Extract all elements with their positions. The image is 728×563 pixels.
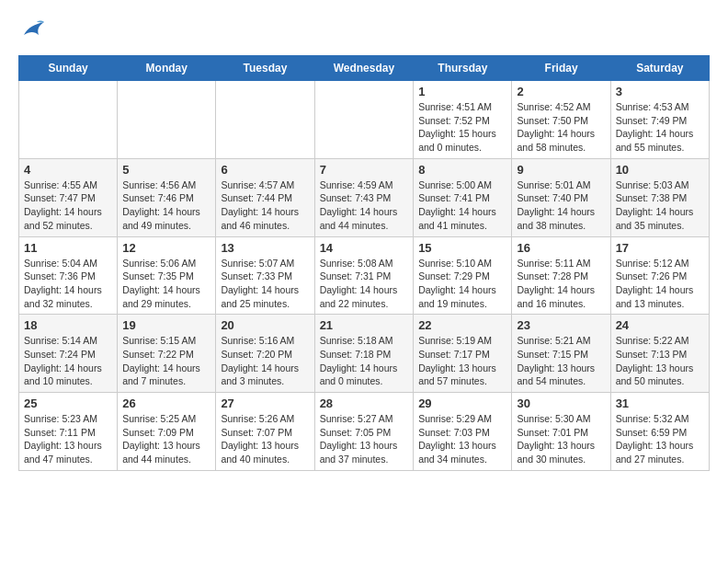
- calendar-day-cell: 9Sunrise: 5:01 AMSunset: 7:40 PMDaylight…: [512, 158, 610, 236]
- day-number: 30: [517, 396, 605, 410]
- header-day-tuesday: Tuesday: [216, 56, 314, 81]
- calendar-day-cell: 13Sunrise: 5:07 AMSunset: 7:33 PMDayligh…: [216, 236, 314, 315]
- calendar-day-cell: 27Sunrise: 5:26 AMSunset: 7:07 PMDayligh…: [216, 393, 314, 471]
- day-info: Sunrise: 4:56 AMSunset: 7:46 PMDaylight:…: [122, 178, 210, 233]
- day-info: Sunrise: 5:12 AMSunset: 7:26 PMDaylight:…: [616, 257, 704, 311]
- calendar-day-cell: 20Sunrise: 5:16 AMSunset: 7:20 PMDayligh…: [216, 315, 314, 393]
- day-number: 13: [221, 241, 309, 255]
- day-number: 19: [122, 318, 210, 332]
- calendar-day-cell: 26Sunrise: 5:25 AMSunset: 7:09 PMDayligh…: [118, 393, 216, 471]
- day-info: Sunrise: 5:03 AMSunset: 7:38 PMDaylight:…: [616, 178, 704, 233]
- calendar-day-cell: 3Sunrise: 4:53 AMSunset: 7:49 PMDaylight…: [610, 81, 709, 159]
- calendar-day-cell: 17Sunrise: 5:12 AMSunset: 7:26 PMDayligh…: [610, 236, 709, 315]
- calendar-day-cell: 10Sunrise: 5:03 AMSunset: 7:38 PMDayligh…: [610, 158, 709, 236]
- header-day-saturday: Saturday: [610, 56, 709, 81]
- day-number: 4: [24, 163, 112, 177]
- day-info: Sunrise: 5:10 AMSunset: 7:29 PMDaylight:…: [418, 257, 506, 311]
- day-info: Sunrise: 5:00 AMSunset: 7:41 PMDaylight:…: [418, 178, 506, 233]
- day-number: 9: [517, 163, 605, 177]
- day-info: Sunrise: 5:32 AMSunset: 6:59 PMDaylight:…: [616, 412, 704, 466]
- calendar-day-cell: 31Sunrise: 5:32 AMSunset: 6:59 PMDayligh…: [610, 393, 709, 471]
- calendar-day-cell: [314, 81, 414, 159]
- calendar-table: SundayMondayTuesdayWednesdayThursdayFrid…: [18, 55, 710, 471]
- logo: [18, 18, 46, 40]
- calendar-day-cell: 30Sunrise: 5:30 AMSunset: 7:01 PMDayligh…: [512, 393, 610, 471]
- calendar-day-cell: 19Sunrise: 5:15 AMSunset: 7:22 PMDayligh…: [118, 315, 216, 393]
- day-number: 27: [221, 396, 309, 410]
- day-info: Sunrise: 5:14 AMSunset: 7:24 PMDaylight:…: [24, 334, 112, 388]
- day-info: Sunrise: 5:26 AMSunset: 7:07 PMDaylight:…: [221, 412, 309, 466]
- day-info: Sunrise: 5:23 AMSunset: 7:11 PMDaylight:…: [24, 412, 112, 466]
- day-info: Sunrise: 5:08 AMSunset: 7:31 PMDaylight:…: [320, 257, 409, 311]
- day-info: Sunrise: 5:07 AMSunset: 7:33 PMDaylight:…: [221, 257, 309, 311]
- day-info: Sunrise: 5:25 AMSunset: 7:09 PMDaylight:…: [122, 412, 210, 466]
- calendar-week-row: 25Sunrise: 5:23 AMSunset: 7:11 PMDayligh…: [19, 393, 710, 471]
- day-number: 26: [122, 396, 210, 410]
- day-number: 31: [616, 396, 704, 410]
- day-info: Sunrise: 4:59 AMSunset: 7:43 PMDaylight:…: [320, 178, 409, 233]
- day-number: 3: [616, 85, 704, 98]
- calendar-day-cell: 21Sunrise: 5:18 AMSunset: 7:18 PMDayligh…: [314, 315, 414, 393]
- day-number: 1: [418, 85, 506, 98]
- day-number: 28: [320, 396, 409, 410]
- day-number: 22: [418, 318, 506, 332]
- day-info: Sunrise: 5:15 AMSunset: 7:22 PMDaylight:…: [122, 334, 210, 388]
- logo-bird-icon: [20, 18, 46, 40]
- calendar-day-cell: 29Sunrise: 5:29 AMSunset: 7:03 PMDayligh…: [414, 393, 512, 471]
- day-info: Sunrise: 5:04 AMSunset: 7:36 PMDaylight:…: [24, 257, 112, 311]
- day-number: 5: [122, 163, 210, 177]
- calendar-day-cell: 25Sunrise: 5:23 AMSunset: 7:11 PMDayligh…: [19, 393, 118, 471]
- day-info: Sunrise: 5:16 AMSunset: 7:20 PMDaylight:…: [221, 334, 309, 388]
- calendar-day-cell: 14Sunrise: 5:08 AMSunset: 7:31 PMDayligh…: [314, 236, 414, 315]
- day-number: 15: [418, 241, 506, 255]
- calendar-week-row: 18Sunrise: 5:14 AMSunset: 7:24 PMDayligh…: [19, 315, 710, 393]
- day-number: 12: [122, 241, 210, 255]
- day-number: 6: [221, 163, 309, 177]
- day-number: 10: [616, 163, 704, 177]
- day-info: Sunrise: 5:19 AMSunset: 7:17 PMDaylight:…: [418, 334, 506, 388]
- day-info: Sunrise: 4:51 AMSunset: 7:52 PMDaylight:…: [418, 100, 506, 155]
- calendar-day-cell: 23Sunrise: 5:21 AMSunset: 7:15 PMDayligh…: [512, 315, 610, 393]
- day-info: Sunrise: 4:55 AMSunset: 7:47 PMDaylight:…: [24, 178, 112, 233]
- day-info: Sunrise: 5:27 AMSunset: 7:05 PMDaylight:…: [320, 412, 409, 466]
- header-day-wednesday: Wednesday: [314, 56, 414, 81]
- day-number: 14: [320, 241, 409, 255]
- day-info: Sunrise: 4:53 AMSunset: 7:49 PMDaylight:…: [616, 100, 704, 155]
- day-info: Sunrise: 5:30 AMSunset: 7:01 PMDaylight:…: [517, 412, 605, 466]
- day-number: 8: [418, 163, 506, 177]
- day-number: 25: [24, 396, 112, 410]
- calendar-day-cell: 4Sunrise: 4:55 AMSunset: 7:47 PMDaylight…: [19, 158, 118, 236]
- calendar-header-row: SundayMondayTuesdayWednesdayThursdayFrid…: [19, 56, 710, 81]
- day-info: Sunrise: 5:01 AMSunset: 7:40 PMDaylight:…: [517, 178, 605, 233]
- calendar-day-cell: 12Sunrise: 5:06 AMSunset: 7:35 PMDayligh…: [118, 236, 216, 315]
- header-day-sunday: Sunday: [19, 56, 118, 81]
- calendar-week-row: 4Sunrise: 4:55 AMSunset: 7:47 PMDaylight…: [19, 158, 710, 236]
- calendar-day-cell: 1Sunrise: 4:51 AMSunset: 7:52 PMDaylight…: [414, 81, 512, 159]
- day-number: 20: [221, 318, 309, 332]
- header-day-monday: Monday: [118, 56, 216, 81]
- calendar-day-cell: 6Sunrise: 4:57 AMSunset: 7:44 PMDaylight…: [216, 158, 314, 236]
- calendar-day-cell: 24Sunrise: 5:22 AMSunset: 7:13 PMDayligh…: [610, 315, 709, 393]
- day-number: 18: [24, 318, 112, 332]
- calendar-day-cell: 2Sunrise: 4:52 AMSunset: 7:50 PMDaylight…: [512, 81, 610, 159]
- header-day-thursday: Thursday: [414, 56, 512, 81]
- day-info: Sunrise: 5:11 AMSunset: 7:28 PMDaylight:…: [517, 257, 605, 311]
- day-info: Sunrise: 5:18 AMSunset: 7:18 PMDaylight:…: [320, 334, 409, 388]
- day-number: 11: [24, 241, 112, 255]
- day-number: 23: [517, 318, 605, 332]
- calendar-week-row: 1Sunrise: 4:51 AMSunset: 7:52 PMDaylight…: [19, 81, 710, 159]
- day-info: Sunrise: 5:22 AMSunset: 7:13 PMDaylight:…: [616, 334, 704, 388]
- calendar-day-cell: 15Sunrise: 5:10 AMSunset: 7:29 PMDayligh…: [414, 236, 512, 315]
- calendar-day-cell: 22Sunrise: 5:19 AMSunset: 7:17 PMDayligh…: [414, 315, 512, 393]
- day-info: Sunrise: 4:57 AMSunset: 7:44 PMDaylight:…: [221, 178, 309, 233]
- calendar-day-cell: 16Sunrise: 5:11 AMSunset: 7:28 PMDayligh…: [512, 236, 610, 315]
- day-number: 29: [418, 396, 506, 410]
- calendar-day-cell: 8Sunrise: 5:00 AMSunset: 7:41 PMDaylight…: [414, 158, 512, 236]
- calendar-day-cell: 18Sunrise: 5:14 AMSunset: 7:24 PMDayligh…: [19, 315, 118, 393]
- page-header: [18, 18, 710, 40]
- calendar-day-cell: 7Sunrise: 4:59 AMSunset: 7:43 PMDaylight…: [314, 158, 414, 236]
- calendar-day-cell: 11Sunrise: 5:04 AMSunset: 7:36 PMDayligh…: [19, 236, 118, 315]
- day-info: Sunrise: 5:29 AMSunset: 7:03 PMDaylight:…: [418, 412, 506, 466]
- calendar-day-cell: 28Sunrise: 5:27 AMSunset: 7:05 PMDayligh…: [314, 393, 414, 471]
- day-number: 7: [320, 163, 409, 177]
